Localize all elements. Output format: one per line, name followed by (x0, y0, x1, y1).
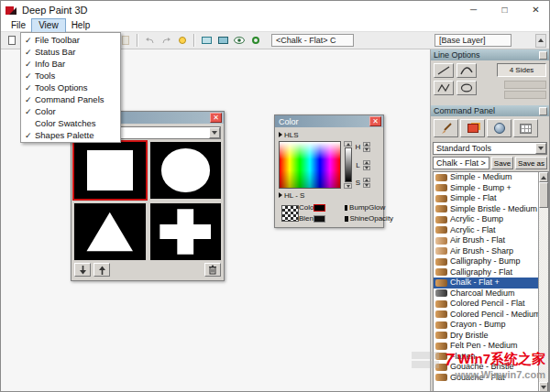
brush-item[interactable]: Simple - Bump + (434, 183, 538, 194)
brush-thumbnail-icon (435, 374, 447, 381)
brush-item[interactable]: Gouache - Flat (434, 373, 538, 384)
lightness-down-button[interactable] (363, 166, 370, 170)
shine-option[interactable]: Shine (345, 214, 368, 223)
saturation-up-button[interactable] (363, 178, 370, 182)
menu-item-tools[interactable]: ✓Tools (21, 70, 120, 82)
shape-square-tile[interactable] (74, 142, 146, 199)
scroll-down-button[interactable] (539, 382, 548, 392)
menu-view[interactable]: View (32, 19, 65, 32)
new-file-button[interactable] (4, 33, 20, 48)
opacity-checker-swatch[interactable] (281, 205, 299, 222)
brush-item[interactable]: Gouache - Bristle (434, 362, 538, 373)
brush-item[interactable]: Acrylic - Flat (434, 225, 538, 236)
scrollbar-track[interactable] (539, 208, 548, 382)
polyline-button[interactable] (434, 81, 454, 95)
shapes-close-button[interactable]: ✕ (210, 113, 222, 123)
shape-triangle-tile[interactable] (74, 203, 146, 260)
menu-help[interactable]: Help (65, 19, 97, 32)
freehand-line-button[interactable] (434, 63, 454, 78)
brush-list-scrollbar[interactable] (538, 172, 548, 392)
bump-checkbox[interactable] (345, 205, 347, 211)
tool-category-combobox[interactable]: Standard Tools (433, 142, 547, 155)
blend-swatch[interactable] (314, 215, 325, 223)
save-preset-button[interactable]: Save (491, 157, 513, 169)
brush-item[interactable]: Air Brush - Sharp (434, 246, 538, 257)
dropdown-button[interactable] (209, 127, 220, 138)
brush-item[interactable]: Felt Pen - Medium (434, 341, 538, 352)
menu-item-tools-options[interactable]: ✓Tools Options (21, 82, 120, 93)
menu-item-status-bar[interactable]: ✓Status Bar (21, 46, 120, 58)
brush-item[interactable]: Calligraphy - Bump (434, 256, 538, 267)
brush-item-selected[interactable]: Chalk - Flat + (434, 278, 538, 289)
closed-shape-button[interactable] (456, 81, 477, 95)
save-as-preset-button[interactable]: Save as (515, 157, 547, 169)
shape-upload-button[interactable] (94, 263, 110, 277)
command-panel-collapse-button[interactable] (539, 107, 547, 115)
brush-item[interactable]: Dry Bristle (434, 331, 538, 342)
shape-download-button[interactable] (74, 263, 91, 277)
brush-item[interactable]: Calligraphy - Flat (434, 267, 538, 278)
brush-item[interactable]: Flatten (434, 352, 538, 363)
lightness-strip[interactable] (345, 147, 352, 182)
minimize-button[interactable]: ─ (460, 1, 487, 19)
hue-saturation-gradient[interactable] (279, 141, 341, 189)
opacity-label[interactable]: Opacity (368, 214, 393, 223)
curve-line-button[interactable] (456, 63, 477, 78)
color-mode-top[interactable]: HLS (279, 130, 380, 139)
refresh-button[interactable] (248, 33, 264, 48)
brush-preset-row: Chalk - Flat > Save Save as (433, 157, 547, 169)
brush-item[interactable]: Colored Pencil - Flat (434, 299, 538, 310)
materials-tab-button[interactable] (460, 119, 485, 137)
brush-item[interactable]: Charcoal Medium (434, 289, 538, 299)
color-mode-bottom[interactable]: HL - S (279, 191, 380, 200)
brush-preset-combobox[interactable]: Chalk - Flat > (433, 157, 490, 169)
menu-item-command-panels[interactable]: ✓Command Panels (21, 93, 120, 105)
objects-tab-button[interactable] (487, 119, 512, 137)
flatten-view-button[interactable] (198, 33, 214, 48)
paint-tab-button[interactable] (434, 119, 458, 137)
help-button[interactable] (174, 33, 191, 48)
shape-cross-tile[interactable] (150, 203, 222, 260)
brush-item[interactable]: Air Brush - Flat (434, 235, 538, 246)
toolbar-overflow-button[interactable] (535, 34, 546, 48)
brush-item[interactable]: Colored Pencil - Medium (434, 310, 538, 321)
hue-up-button[interactable] (363, 142, 370, 147)
lightness-down-button[interactable] (344, 183, 352, 189)
lightness-up-button[interactable] (363, 160, 370, 165)
layers-tab-button[interactable] (513, 119, 538, 137)
brush-item[interactable]: Simple Bristle - Medium (434, 204, 538, 215)
dropdown-button[interactable] (535, 143, 546, 154)
sides-count-box[interactable]: 4 Sides (497, 63, 546, 77)
saturation-down-button[interactable] (363, 183, 370, 188)
color-close-button[interactable]: ✕ (369, 116, 381, 126)
brush-item[interactable]: Crayon - Bump (434, 320, 538, 331)
brush-name: Dry Bristle (450, 331, 489, 342)
close-button[interactable]: ✕ (522, 1, 549, 19)
color-swatch[interactable] (314, 204, 325, 212)
lightness-up-button[interactable] (344, 141, 352, 147)
brush-item[interactable]: Simple - Medium (434, 172, 538, 183)
line-options-collapse-button[interactable] (539, 51, 547, 60)
glow-label[interactable]: Glow (368, 203, 393, 212)
brush-item[interactable]: Acrylic - Bump (434, 214, 538, 225)
maximize-button[interactable]: □ (491, 1, 518, 19)
menu-item-color-swatches[interactable]: Color Swatches (21, 117, 120, 129)
shape-delete-button[interactable] (204, 263, 221, 277)
projection-view-button[interactable] (214, 33, 231, 48)
hue-down-button[interactable] (363, 147, 370, 152)
menu-item-info-bar[interactable]: ✓Info Bar (21, 58, 120, 70)
shape-circle-tile[interactable] (150, 142, 222, 199)
menu-item-color[interactable]: ✓Color (21, 105, 120, 117)
scrollbar-thumb[interactable] (539, 182, 548, 208)
color-window-titlebar[interactable]: Color ✕ (275, 115, 383, 127)
scroll-up-button[interactable] (539, 172, 548, 182)
shine-checkbox[interactable] (345, 216, 348, 222)
menu-file[interactable]: File (5, 19, 32, 32)
menu-item-shapes-palette[interactable]: ✓Shapes Palette (21, 129, 120, 141)
undo-button[interactable] (141, 33, 158, 48)
bump-option[interactable]: Bump (345, 203, 368, 212)
visibility-button[interactable] (231, 33, 248, 48)
brush-item[interactable]: Simple - Flat (434, 193, 538, 204)
redo-button[interactable] (158, 33, 174, 48)
menu-item-file-toolbar[interactable]: ✓File Toolbar (21, 34, 120, 46)
